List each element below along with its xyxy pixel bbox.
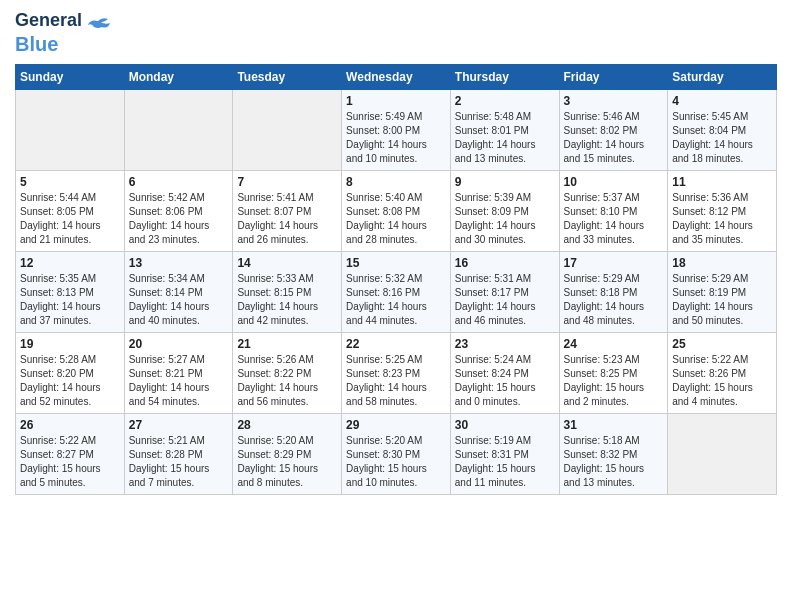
day-cell: [124, 90, 233, 171]
day-info-text: and 2 minutes.: [564, 395, 664, 409]
day-number: 10: [564, 175, 664, 189]
day-info-text: Sunset: 8:13 PM: [20, 286, 120, 300]
day-info-text: and 58 minutes.: [346, 395, 446, 409]
day-number: 19: [20, 337, 120, 351]
day-info-text: Daylight: 14 hours: [20, 300, 120, 314]
day-info-text: Sunset: 8:09 PM: [455, 205, 555, 219]
day-number: 9: [455, 175, 555, 189]
logo: General Blue: [15, 10, 112, 56]
day-number: 23: [455, 337, 555, 351]
day-info-text: Sunset: 8:29 PM: [237, 448, 337, 462]
day-info-text: Sunrise: 5:48 AM: [455, 110, 555, 124]
day-info-text: Sunrise: 5:37 AM: [564, 191, 664, 205]
day-info-text: Daylight: 14 hours: [564, 219, 664, 233]
week-row-2: 5Sunrise: 5:44 AMSunset: 8:05 PMDaylight…: [16, 171, 777, 252]
day-info-text: Daylight: 15 hours: [564, 462, 664, 476]
day-info-text: and 10 minutes.: [346, 152, 446, 166]
day-info-text: Daylight: 15 hours: [564, 381, 664, 395]
day-info-text: and 35 minutes.: [672, 233, 772, 247]
day-info-text: and 30 minutes.: [455, 233, 555, 247]
day-cell: 22Sunrise: 5:25 AMSunset: 8:23 PMDayligh…: [342, 333, 451, 414]
day-cell: 5Sunrise: 5:44 AMSunset: 8:05 PMDaylight…: [16, 171, 125, 252]
day-info-text: Sunset: 8:00 PM: [346, 124, 446, 138]
day-info-text: Sunset: 8:04 PM: [672, 124, 772, 138]
day-info-text: Daylight: 14 hours: [129, 300, 229, 314]
day-info-text: Daylight: 14 hours: [455, 138, 555, 152]
day-cell: 30Sunrise: 5:19 AMSunset: 8:31 PMDayligh…: [450, 414, 559, 495]
day-info-text: Sunset: 8:05 PM: [20, 205, 120, 219]
day-number: 26: [20, 418, 120, 432]
day-info-text: Sunset: 8:27 PM: [20, 448, 120, 462]
day-info-text: and 4 minutes.: [672, 395, 772, 409]
day-info-text: and 15 minutes.: [564, 152, 664, 166]
day-info-text: Sunset: 8:25 PM: [564, 367, 664, 381]
calendar-table: SundayMondayTuesdayWednesdayThursdayFrid…: [15, 64, 777, 495]
day-number: 24: [564, 337, 664, 351]
day-info-text: and 40 minutes.: [129, 314, 229, 328]
logo-bird-icon: [84, 17, 112, 41]
day-info-text: Daylight: 14 hours: [129, 219, 229, 233]
weekday-header-tuesday: Tuesday: [233, 65, 342, 90]
day-number: 14: [237, 256, 337, 270]
day-info-text: Sunset: 8:23 PM: [346, 367, 446, 381]
day-info-text: Sunrise: 5:36 AM: [672, 191, 772, 205]
day-number: 12: [20, 256, 120, 270]
day-info-text: Sunrise: 5:22 AM: [20, 434, 120, 448]
day-cell: 20Sunrise: 5:27 AMSunset: 8:21 PMDayligh…: [124, 333, 233, 414]
day-cell: 8Sunrise: 5:40 AMSunset: 8:08 PMDaylight…: [342, 171, 451, 252]
day-info-text: Sunset: 8:06 PM: [129, 205, 229, 219]
day-cell: 12Sunrise: 5:35 AMSunset: 8:13 PMDayligh…: [16, 252, 125, 333]
weekday-header-sunday: Sunday: [16, 65, 125, 90]
day-info-text: and 50 minutes.: [672, 314, 772, 328]
day-number: 27: [129, 418, 229, 432]
day-info-text: Daylight: 14 hours: [20, 219, 120, 233]
day-info-text: and 10 minutes.: [346, 476, 446, 490]
day-number: 25: [672, 337, 772, 351]
day-number: 4: [672, 94, 772, 108]
day-info-text: and 23 minutes.: [129, 233, 229, 247]
day-info-text: and 46 minutes.: [455, 314, 555, 328]
day-info-text: Sunset: 8:26 PM: [672, 367, 772, 381]
day-cell: 25Sunrise: 5:22 AMSunset: 8:26 PMDayligh…: [668, 333, 777, 414]
day-info-text: Sunrise: 5:24 AM: [455, 353, 555, 367]
day-info-text: Sunset: 8:28 PM: [129, 448, 229, 462]
day-info-text: Sunrise: 5:39 AM: [455, 191, 555, 205]
weekday-header-thursday: Thursday: [450, 65, 559, 90]
day-info-text: and 26 minutes.: [237, 233, 337, 247]
day-info-text: Daylight: 15 hours: [455, 381, 555, 395]
day-info-text: Sunrise: 5:35 AM: [20, 272, 120, 286]
day-info-text: Sunset: 8:31 PM: [455, 448, 555, 462]
day-number: 2: [455, 94, 555, 108]
day-info-text: Sunset: 8:08 PM: [346, 205, 446, 219]
day-info-text: Sunrise: 5:29 AM: [672, 272, 772, 286]
day-cell: 16Sunrise: 5:31 AMSunset: 8:17 PMDayligh…: [450, 252, 559, 333]
day-info-text: Daylight: 14 hours: [672, 219, 772, 233]
day-number: 1: [346, 94, 446, 108]
day-info-text: Sunrise: 5:32 AM: [346, 272, 446, 286]
day-info-text: Sunrise: 5:34 AM: [129, 272, 229, 286]
day-number: 7: [237, 175, 337, 189]
day-info-text: Sunrise: 5:41 AM: [237, 191, 337, 205]
day-info-text: Sunset: 8:16 PM: [346, 286, 446, 300]
day-cell: 15Sunrise: 5:32 AMSunset: 8:16 PMDayligh…: [342, 252, 451, 333]
day-info-text: Sunset: 8:10 PM: [564, 205, 664, 219]
day-cell: 14Sunrise: 5:33 AMSunset: 8:15 PMDayligh…: [233, 252, 342, 333]
day-number: 31: [564, 418, 664, 432]
day-number: 3: [564, 94, 664, 108]
day-info-text: and 56 minutes.: [237, 395, 337, 409]
day-info-text: Sunrise: 5:19 AM: [455, 434, 555, 448]
day-cell: 18Sunrise: 5:29 AMSunset: 8:19 PMDayligh…: [668, 252, 777, 333]
day-info-text: Sunrise: 5:42 AM: [129, 191, 229, 205]
week-row-1: 1Sunrise: 5:49 AMSunset: 8:00 PMDaylight…: [16, 90, 777, 171]
day-number: 29: [346, 418, 446, 432]
day-info-text: Sunrise: 5:27 AM: [129, 353, 229, 367]
weekday-row: SundayMondayTuesdayWednesdayThursdayFrid…: [16, 65, 777, 90]
day-info-text: Sunrise: 5:28 AM: [20, 353, 120, 367]
day-info-text: Daylight: 14 hours: [20, 381, 120, 395]
day-number: 13: [129, 256, 229, 270]
day-cell: 7Sunrise: 5:41 AMSunset: 8:07 PMDaylight…: [233, 171, 342, 252]
day-cell: 31Sunrise: 5:18 AMSunset: 8:32 PMDayligh…: [559, 414, 668, 495]
day-info-text: Sunset: 8:01 PM: [455, 124, 555, 138]
day-info-text: and 5 minutes.: [20, 476, 120, 490]
day-cell: 9Sunrise: 5:39 AMSunset: 8:09 PMDaylight…: [450, 171, 559, 252]
